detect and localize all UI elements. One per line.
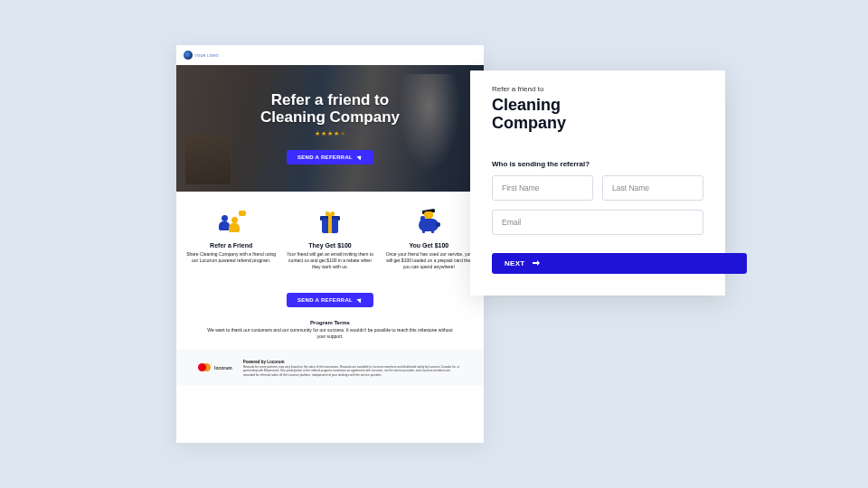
benefit-they-get: They Get $100 Your friend will get an em… (285, 210, 375, 269)
hero-title-line2: Cleaning Company (260, 108, 400, 126)
form-title: Cleaning Company (492, 97, 627, 133)
last-name-field[interactable]: Last Name (602, 175, 703, 201)
next-label: NEXT (505, 259, 525, 267)
gift-icon (285, 210, 375, 235)
footer-heading: Powered by Locorum (243, 360, 462, 364)
first-name-field[interactable]: First Name (492, 175, 593, 201)
star-icon: ★ (321, 130, 327, 136)
star-rating: ★★★★★ (315, 130, 346, 137)
email-row: Email (492, 210, 703, 235)
send-referral-label: SEND A REFERRAL (297, 297, 353, 303)
share-arrow-icon (357, 155, 363, 160)
form-question: Who is sending the referral? (492, 160, 703, 168)
send-referral-label: SEND A REFERRAL (297, 155, 353, 160)
landing-header: YOUR LOGO (176, 45, 484, 65)
people-icon (186, 210, 277, 235)
terms-desc: We want to thank our customers and our c… (203, 327, 457, 339)
logo-icon (184, 51, 193, 60)
benefit-title: They Get $100 (285, 242, 375, 249)
piggy-icon (383, 210, 474, 235)
hero-title: Refer a friend to Cleaning Company (260, 92, 400, 126)
form-subtitle: Refer a friend to (492, 85, 703, 93)
benefits-row: Refer a Friend Share Cleaning Company wi… (176, 192, 484, 277)
send-referral-button-2[interactable]: SEND A REFERRAL (287, 293, 373, 307)
locorum-logo: locorum (214, 365, 232, 371)
hero-title-line1: Refer a friend to (271, 91, 389, 108)
email-field[interactable]: Email (492, 210, 703, 235)
footer-text: Powered by Locorum Rewards for some part… (243, 360, 462, 376)
referral-landing-page: YOUR LOGO Refer a friend to Cleaning Com… (176, 45, 484, 443)
hero-section: Refer a friend to Cleaning Company ★★★★★… (176, 65, 484, 192)
benefit-refer: Refer a Friend Share Cleaning Company wi… (186, 210, 277, 269)
star-icon: ★ (340, 130, 346, 136)
star-icon: ★ (327, 130, 334, 136)
referral-form-card: Refer a friend to Cleaning Company Who i… (470, 70, 725, 296)
arrow-right-icon (533, 260, 540, 266)
mastercard-icon (198, 363, 211, 371)
share-arrow-icon (357, 297, 363, 303)
footer-body: Rewards for some partners may vary based… (243, 365, 462, 376)
star-icon: ★ (334, 130, 340, 136)
footer: locorum Powered by Locorum Rewards for s… (176, 350, 484, 385)
star-icon: ★ (315, 130, 321, 136)
benefit-you-get: You Get $100 Once your friend has used o… (383, 210, 474, 269)
logo-text: YOUR LOGO (194, 53, 219, 58)
footer-logos: locorum (198, 360, 232, 371)
next-button[interactable]: NEXT (492, 253, 747, 274)
benefit-title: You Get $100 (383, 242, 474, 249)
benefit-desc: Once your friend has used our service, y… (383, 251, 474, 269)
cta-secondary: SEND A REFERRAL (176, 293, 484, 307)
benefit-desc: Your friend will get an email inviting t… (285, 251, 375, 269)
program-terms: Program Terms We want to thank our custo… (176, 320, 484, 350)
terms-title: Program Terms (203, 320, 457, 325)
benefit-title: Refer a Friend (186, 242, 277, 249)
send-referral-button[interactable]: SEND A REFERRAL (287, 150, 373, 164)
benefit-desc: Share Cleaning Company with a friend usi… (186, 251, 277, 264)
name-row: First Name Last Name (492, 175, 703, 201)
